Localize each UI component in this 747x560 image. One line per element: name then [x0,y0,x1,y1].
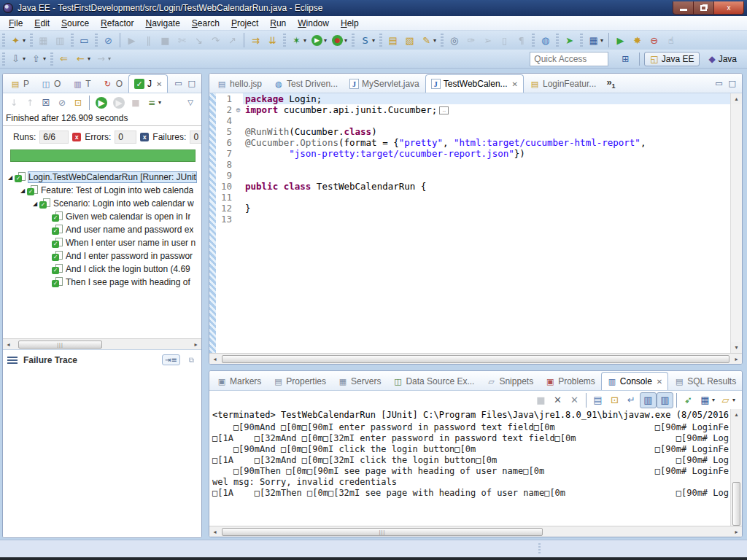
toolbar-drag-handle[interactable] [352,34,355,47]
word-wrap-icon[interactable]: ↵ [623,392,640,408]
run-on-server-icon[interactable]: ➤ [561,32,578,48]
toolbar-drag-handle[interactable] [71,34,74,47]
outline-tab[interactable]: ◫O [35,74,66,93]
console-horizontal-scrollbar[interactable]: ◂ ||| ▸ [209,526,742,537]
run-icon[interactable]: ▶▾ [309,32,329,48]
test-tree-row[interactable]: ◢✓Login.TestWebCalendarRun [Runner: JUni… [3,171,201,184]
clear-console-icon[interactable]: ▤ [589,392,606,408]
toolbar-drag-handle[interactable] [379,34,382,47]
last-edit-location-icon[interactable]: ⇐ [55,51,72,67]
menu-refactor[interactable]: Refactor [95,17,139,30]
pin-console-icon[interactable]: ➶ [680,392,697,408]
close-tab-icon[interactable]: ✕ [512,80,518,88]
dropdown-arrow-icon[interactable]: ▾ [324,37,327,44]
test-tree-row[interactable]: ✓And I enter password in passwor [3,249,201,262]
failures-only-icon[interactable]: ☒ [38,95,54,111]
restore-window-button[interactable] [694,1,714,14]
display-selected-console-icon[interactable]: ▦▾ [697,392,717,408]
scroll-up-arrow[interactable]: ▴ [731,409,742,420]
show-stderr-icon[interactable]: ▥ [657,392,673,408]
toolbar-drag-handle[interactable] [30,34,33,47]
run-last-launched-icon[interactable]: ⇉ [247,32,264,48]
toolbar-drag-handle[interactable] [556,34,559,47]
minimize-view-icon[interactable]: ▭ [715,79,722,88]
web-browser-icon[interactable]: ◍ [537,32,554,48]
perspective-java[interactable]: ◆Java [703,52,743,66]
toolbar-drag-handle[interactable] [2,34,5,47]
profile-icon[interactable]: ●▾ [329,32,349,48]
scroll-left-arrow[interactable]: ◂ [209,354,220,364]
dropdown-arrow-icon[interactable]: ▾ [158,99,161,106]
junit-tab[interactable]: ✓J✕ [128,74,168,93]
tab-overflow-chevron[interactable]: »1 [602,77,618,93]
tab-test-driven[interactable]: ◍Test Driven... [268,74,344,93]
tab-testwebcalendarrun[interactable]: JTestWebCalen...✕ [425,74,524,93]
tree-horizontal-scrollbar[interactable]: ◂ ||| ▸ [3,338,201,349]
scroll-right-arrow[interactable]: ▸ [731,354,742,364]
maximize-view-icon[interactable]: □ [188,79,196,88]
properties-tab[interactable]: ▤Properties [267,372,332,390]
open-web-browser-icon[interactable]: ▭ [76,32,93,48]
dropdown-arrow-icon[interactable]: ▾ [712,397,715,403]
open-perspective-button[interactable]: ⊞ [616,52,635,66]
sql-results-tab[interactable]: ▤SQL Results [668,372,742,390]
console-vertical-scrollbar[interactable]: ▴ ▾ [730,409,742,526]
debug-natural-icon[interactable]: ✸ [629,32,646,48]
test-tree-row[interactable]: ✓And I click the login button (4.69 [3,262,201,276]
dropdown-arrow-icon[interactable]: ▾ [303,37,306,44]
console-tab[interactable]: ▥Console✕ [601,372,668,390]
dropdown-arrow-icon[interactable]: ▾ [344,37,347,44]
new-wizard-icon[interactable]: ✦▾ [7,32,28,48]
rerun-test-icon[interactable]: ▶ [93,95,110,111]
editor-vertical-scrollbar[interactable]: ▴ ▾ [730,93,742,353]
scroll-left-arrow[interactable]: ◂ [209,526,220,537]
menu-source[interactable]: Source [55,17,95,30]
import-icon[interactable]: ▤ [384,32,401,48]
mark-occurrences-icon[interactable]: ✎▾ [418,32,438,48]
dropdown-arrow-icon[interactable]: ▾ [43,55,46,62]
scroll-down-arrow[interactable]: ▾ [731,342,742,353]
back-icon[interactable]: ←▾ [72,51,93,67]
problems-tab[interactable]: ▣Problems [539,372,601,390]
quick-access-input[interactable] [530,52,608,66]
collapsed-region-icon[interactable]: ‥ [439,106,449,114]
test-tree-row[interactable]: ✓When I enter user name in user n [3,236,201,249]
tree-twisty-icon[interactable]: ◢ [6,174,15,181]
view-menu-icon[interactable]: ▽ [182,95,198,111]
debug-icon[interactable]: ✶▾ [288,32,309,48]
task-list-tab[interactable]: ▥T [66,74,96,93]
perspective-java-ee[interactable]: ◱Java EE [644,52,700,66]
scroll-up-arrow[interactable]: ▴ [731,93,742,104]
test-history-icon[interactable]: ≡▾ [144,95,163,111]
data-source-explorer-tab[interactable]: ◫Data Source Ex... [387,372,480,390]
synchronize-tab[interactable]: ↻O [97,74,128,93]
scrollbar-thumb[interactable] [732,482,740,526]
test-tree-row[interactable]: ✓Given web calendar is open in Ir [3,210,201,223]
dropdown-arrow-icon[interactable]: ▾ [372,37,375,44]
project-explorer-tab[interactable]: ▤P [4,74,35,93]
markers-tab[interactable]: ▣Markers [211,372,267,390]
scroll-lock-icon[interactable]: ⊡ [70,95,86,111]
close-window-button[interactable]: x [714,1,743,14]
scroll-right-arrow[interactable]: ▸ [190,339,201,349]
menu-project[interactable]: Project [225,17,264,30]
test-tree-row[interactable]: ✓Then I see page with heading of [3,276,201,289]
menu-edit[interactable]: Edit [28,17,55,30]
tree-twisty-icon[interactable]: ◢ [31,201,39,207]
search-icon[interactable]: ◎ [446,32,462,48]
code-editor[interactable]: 1package Login;2⊕import cucumber.api.jun… [216,93,730,353]
menu-navigate[interactable]: Navigate [139,17,185,30]
scrollbar-thumb[interactable]: ||| [222,528,543,536]
run-natural-icon[interactable]: ▶ [612,32,629,48]
skip-breakpoints-icon[interactable]: ⊘ [100,32,117,48]
remove-launch-icon[interactable]: ✕ [549,392,566,408]
toolbar-drag-handle[interactable] [95,34,98,47]
toolbar-drag-handle[interactable] [2,52,5,66]
snippets-tab[interactable]: ▱Snippets [480,372,539,390]
close-tab-icon[interactable]: ✕ [156,80,162,88]
next-annotation-icon[interactable]: ⇩▾ [7,51,28,67]
open-console-icon[interactable]: ▱▾ [717,392,738,408]
minimize-window-button[interactable] [673,1,694,14]
dropdown-arrow-icon[interactable]: ▾ [732,397,735,403]
servers-tab[interactable]: ▦Servers [332,372,387,390]
